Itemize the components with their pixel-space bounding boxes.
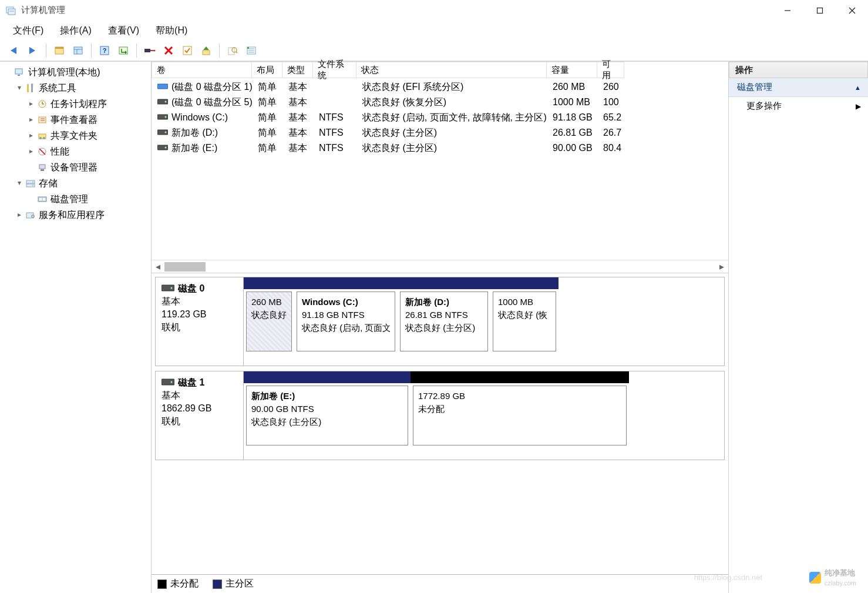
list-button[interactable] xyxy=(243,42,260,59)
tree-disk-management[interactable]: ▸ 磁盘管理 xyxy=(0,191,151,207)
col-status[interactable]: 状态 xyxy=(356,62,547,78)
disk-info[interactable]: 磁盘 0基本119.23 GB联机 xyxy=(156,277,244,366)
col-volume[interactable]: 卷 xyxy=(152,62,252,78)
monitor-icon xyxy=(14,66,26,78)
menu-bar: 文件(F) 操作(A) 查看(V) 帮助(H) xyxy=(0,21,868,40)
col-capacity[interactable]: 容量 xyxy=(547,62,597,78)
col-free[interactable]: 可用 xyxy=(597,62,624,78)
tree-expand-icon[interactable]: ▸ xyxy=(14,207,25,223)
scroll-thumb[interactable] xyxy=(164,262,206,272)
volume-free: 260 xyxy=(598,79,625,95)
volume-filesystem xyxy=(314,79,358,95)
volume-capacity: 91.18 GB xyxy=(548,110,598,125)
menu-help[interactable]: 帮助(H) xyxy=(147,22,196,39)
volume-row[interactable]: (磁盘 0 磁盘分区 1)简单基本状态良好 (EFI 系统分区)260 MB26… xyxy=(152,79,728,95)
tree-root[interactable]: ▸ 计算机管理(本地) xyxy=(0,64,151,80)
legend-bar: 未分配 主分区 xyxy=(152,574,728,593)
volume-row[interactable]: Windows (C:)简单基本NTFS状态良好 (启动, 页面文件, 故障转储… xyxy=(152,110,728,125)
col-layout[interactable]: 布局 xyxy=(252,62,282,78)
help-button[interactable]: ? xyxy=(96,42,113,59)
svg-rect-51 xyxy=(41,169,44,171)
tree-system-tools[interactable]: ▾ 系统工具 xyxy=(0,80,151,96)
volume-row[interactable]: 新加卷 (E:)简单基本NTFS状态良好 (主分区)90.00 GB80.4 xyxy=(152,140,728,156)
tree-expand-icon[interactable]: ▸ xyxy=(26,143,36,159)
partition-block[interactable]: 260 MB状态良好 xyxy=(246,292,292,351)
toolbar-divider xyxy=(136,43,137,58)
volume-type: 基本 xyxy=(284,110,314,125)
partition-block[interactable]: 1772.89 GB未分配 xyxy=(413,386,627,445)
tree-label: 性能 xyxy=(51,143,69,159)
check-button[interactable] xyxy=(179,42,196,59)
tree-collapse-icon[interactable]: ▾ xyxy=(14,80,25,96)
scroll-left-button[interactable]: ◂ xyxy=(152,260,164,273)
watermark-brand: 纯净基地 xyxy=(825,568,855,577)
drive-icon xyxy=(157,83,168,91)
tree-expand-icon[interactable]: ▸ xyxy=(26,112,36,128)
refresh-button[interactable] xyxy=(115,42,132,59)
partition-block[interactable]: 新加卷 (E:)90.00 GB NTFS状态良好 (主分区) xyxy=(246,386,408,445)
svg-rect-34 xyxy=(15,69,22,74)
tree-label: 磁盘管理 xyxy=(51,191,88,207)
close-button[interactable] xyxy=(836,0,868,21)
tree-event-viewer[interactable]: ▸ 事件查看器 xyxy=(0,112,151,128)
watermark: https://blog.csdn.net 纯净基地 czlaby.com xyxy=(809,568,856,587)
actions-section-label: 磁盘管理 xyxy=(737,82,772,93)
volume-name: Windows (C:) xyxy=(171,110,228,125)
partition-block[interactable]: Windows (C:)91.18 GB NTFS状态良好 (启动, 页面文 xyxy=(297,292,395,351)
partition-block[interactable]: 新加卷 (D:)26.81 GB NTFS状态良好 (主分区) xyxy=(400,292,488,351)
watermark-domain: czlaby.com xyxy=(825,579,856,587)
disk-size: 119.23 GB xyxy=(162,308,237,321)
tree-storage[interactable]: ▾ 存储 xyxy=(0,175,151,191)
volume-filesystem: NTFS xyxy=(314,110,358,125)
properties-button[interactable] xyxy=(70,42,86,59)
submenu-arrow-icon: ▶ xyxy=(856,102,861,110)
disk-header-strip xyxy=(244,371,724,383)
scroll-right-button[interactable]: ▸ xyxy=(715,260,728,273)
watermark-logo-icon xyxy=(809,572,821,584)
tree-expand-icon[interactable]: ▸ xyxy=(26,96,36,112)
volume-row[interactable]: 新加卷 (D:)简单基本NTFS状态良好 (主分区)26.81 GB26.7 xyxy=(152,125,728,140)
tree-services[interactable]: ▸ 服务和应用程序 xyxy=(0,207,151,223)
connect-button[interactable] xyxy=(142,42,158,59)
volume-layout: 简单 xyxy=(253,110,284,125)
menu-action[interactable]: 操作(A) xyxy=(52,22,99,39)
actions-more[interactable]: 更多操作 ▶ xyxy=(729,97,868,115)
maximize-button[interactable] xyxy=(803,0,836,21)
tree-shared-folders[interactable]: ▸ 共享文件夹 xyxy=(0,128,151,143)
up-button[interactable] xyxy=(198,42,214,59)
forward-button[interactable] xyxy=(25,42,41,59)
legend-unallocated: 未分配 xyxy=(170,578,199,590)
svg-marker-8 xyxy=(29,47,35,54)
disk-state: 联机 xyxy=(162,321,237,334)
menu-file[interactable]: 文件(F) xyxy=(5,22,52,39)
volume-hscrollbar[interactable]: ◂ ▸ xyxy=(152,260,728,273)
actions-section[interactable]: 磁盘管理 ▲ xyxy=(729,78,868,97)
back-button[interactable] xyxy=(6,42,22,59)
col-type[interactable]: 类型 xyxy=(282,62,313,78)
disk-header-segment xyxy=(398,277,490,289)
col-filesystem[interactable]: 文件系统 xyxy=(313,62,356,78)
tree-expand-icon[interactable]: ▸ xyxy=(26,128,36,143)
scroll-track[interactable] xyxy=(164,260,715,273)
svg-point-72 xyxy=(171,287,173,289)
tree-collapse-icon[interactable]: ▾ xyxy=(14,175,25,191)
minimize-button[interactable] xyxy=(771,0,803,21)
volume-row[interactable]: (磁盘 0 磁盘分区 5)简单基本状态良好 (恢复分区)1000 MB100 xyxy=(152,95,728,110)
partition-block[interactable]: 1000 MB状态良好 (恢 xyxy=(493,292,556,351)
disk-info[interactable]: 磁盘 1基本1862.89 GB联机 xyxy=(156,371,244,460)
show-hide-tree-button[interactable] xyxy=(51,42,68,59)
tree-device-manager[interactable]: ▸ 设备管理器 xyxy=(0,159,151,175)
app-icon xyxy=(6,5,16,16)
partition-size: 1772.89 GB xyxy=(418,390,621,403)
disk-header-segment xyxy=(490,277,559,289)
svg-point-38 xyxy=(31,83,33,86)
svg-point-66 xyxy=(165,116,167,118)
menu-view[interactable]: 查看(V) xyxy=(100,22,147,39)
delete-button[interactable] xyxy=(160,42,177,59)
disk-header-segment xyxy=(244,277,294,289)
svg-rect-50 xyxy=(39,165,45,169)
tree-performance[interactable]: ▸ 性能 xyxy=(0,143,151,159)
find-button[interactable] xyxy=(224,42,241,59)
storage-icon xyxy=(25,177,36,189)
tree-task-scheduler[interactable]: ▸ 任务计划程序 xyxy=(0,96,151,112)
